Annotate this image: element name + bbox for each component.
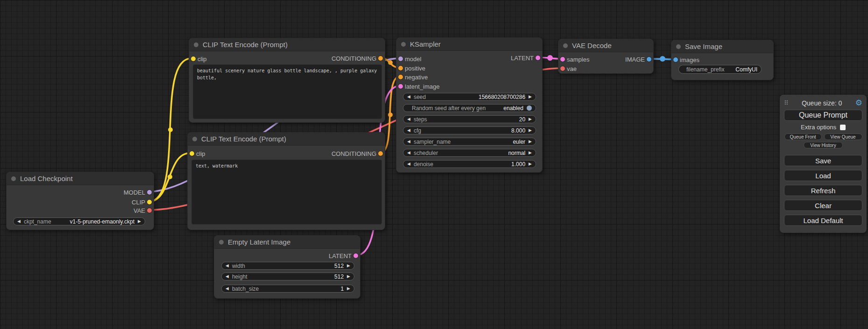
collapse-dot-icon[interactable] [192,137,197,141]
output-latent[interactable]: LATENT [511,54,542,62]
output-model[interactable]: MODEL [124,189,154,196]
arrow-right-icon[interactable]: ▶ [138,219,141,224]
queue-front-button[interactable]: Queue Front [784,133,822,140]
input-latent-image[interactable]: latent_image [396,83,439,90]
output-conditioning[interactable]: CONDITIONING [332,150,385,157]
widget-filename-prefix[interactable]: filename_prefix ComfyUI [678,65,762,74]
node-header[interactable]: CLIP Text Encode (Prompt) [189,38,385,51]
load-default-button[interactable]: Load Default [784,215,862,226]
arrow-right-icon[interactable]: ▶ [529,117,532,121]
prompt-textarea[interactable]: beautiful scenery nature glass bottle la… [193,64,382,119]
collapse-dot-icon[interactable] [194,42,198,47]
input-positive[interactable]: positive [396,64,425,72]
port-dot-conditioning[interactable] [398,66,403,70]
widget-cfg[interactable]: ◀cfg 8.000▶ [403,126,536,134]
port-dot-image[interactable] [673,57,678,62]
port-dot-model[interactable] [147,190,152,195]
view-queue-button[interactable]: View Queue [824,133,862,140]
port-dot-latent[interactable] [353,253,358,258]
node-save-image[interactable]: Save Image images filename_prefix ComfyU… [671,40,774,80]
widget-sampler-name[interactable]: ◀sampler_name euler▶ [403,138,536,146]
input-model[interactable]: model [396,55,421,63]
widget-steps[interactable]: ◀steps 20▶ [403,115,536,123]
port-dot-latent[interactable] [536,56,540,60]
arrow-left-icon[interactable]: ◀ [407,140,410,144]
port-dot-image[interactable] [647,57,651,62]
drag-handle-icon[interactable]: ⠿ [784,99,789,106]
input-negative[interactable]: negative [396,73,428,81]
port-dot-conditioning[interactable] [398,75,403,79]
collapse-dot-icon[interactable] [401,42,406,47]
widget-width[interactable]: ◀width 512▶ [221,262,354,270]
queue-prompt-button[interactable]: Queue Prompt [784,110,862,121]
input-samples[interactable]: samples [558,56,589,63]
node-header[interactable]: Empty Latent Image [214,236,360,249]
node-header[interactable]: VAE Decode [558,39,653,52]
node-clip-text-encode-negative[interactable]: CLIP Text Encode (Prompt) clip CONDITION… [187,132,385,230]
arrow-left-icon[interactable]: ◀ [407,117,410,121]
widget-random-seed-toggle[interactable]: Random seed after every gen enabled [403,104,536,112]
arrow-right-icon[interactable]: ▶ [347,264,350,268]
arrow-right-icon[interactable]: ▶ [529,162,532,166]
node-header[interactable]: Load Checkpoint [7,172,154,185]
port-dot-conditioning[interactable] [378,151,383,156]
node-vae-decode[interactable]: VAE Decode samples vae IMAGE [558,39,654,74]
node-clip-text-encode-positive[interactable]: CLIP Text Encode (Prompt) clip CONDITION… [189,38,385,123]
arrow-right-icon[interactable]: ▶ [529,95,532,99]
port-dot-latent[interactable] [560,57,565,62]
view-history-button[interactable]: View History [804,142,843,148]
widget-scheduler[interactable]: ◀scheduler normal▶ [403,149,536,157]
gear-icon[interactable]: ⚙ [855,99,862,107]
arrow-right-icon[interactable]: ▶ [529,140,532,144]
collapse-dot-icon[interactable] [676,44,681,49]
port-dot-vae[interactable] [560,66,565,71]
input-clip[interactable]: clip [188,150,205,157]
arrow-left-icon[interactable]: ◀ [407,162,410,166]
node-ksampler[interactable]: KSampler model positive negative latent_… [396,37,543,173]
input-clip[interactable]: clip [189,55,207,63]
arrow-right-icon[interactable]: ▶ [347,287,350,291]
arrow-right-icon[interactable]: ▶ [529,151,532,155]
output-clip[interactable]: CLIP [132,198,154,206]
arrow-left-icon[interactable]: ◀ [407,95,410,99]
port-dot-latent[interactable] [398,84,403,89]
clear-button[interactable]: Clear [784,200,862,211]
node-header[interactable]: CLIP Text Encode (Prompt) [188,133,385,146]
node-load-checkpoint[interactable]: Load Checkpoint MODEL CLIP VAE ◀ckpt_nam… [6,172,154,230]
arrow-left-icon[interactable]: ◀ [226,264,229,268]
refresh-button[interactable]: Refresh [784,185,862,196]
load-button[interactable]: Load [784,170,862,181]
arrow-left-icon[interactable]: ◀ [407,151,410,155]
save-button[interactable]: Save [784,155,862,166]
port-dot-conditioning[interactable] [378,56,383,61]
port-dot-vae[interactable] [147,208,152,213]
collapse-dot-icon[interactable] [219,240,224,245]
arrow-right-icon[interactable]: ▶ [347,274,350,279]
widget-denoise[interactable]: ◀denoise 1.000▶ [403,160,536,168]
collapse-dot-icon[interactable] [563,43,568,48]
node-header[interactable]: KSampler [396,38,542,51]
arrow-left-icon[interactable]: ◀ [226,274,229,279]
node-empty-latent-image[interactable]: Empty Latent Image LATENT ◀width 512▶ ◀h… [214,235,360,299]
arrow-left-icon[interactable]: ◀ [17,219,21,224]
output-conditioning[interactable]: CONDITIONING [332,55,385,62]
port-dot-clip[interactable] [190,151,194,156]
arrow-right-icon[interactable]: ▶ [529,128,532,133]
output-latent[interactable]: LATENT [329,252,360,259]
widget-batch-size[interactable]: ◀batch_size 1▶ [221,285,354,293]
prompt-textarea[interactable]: text, watermark [191,160,382,224]
output-vae[interactable]: VAE [134,207,154,214]
node-header[interactable]: Save Image [671,40,773,53]
output-image[interactable]: IMAGE [625,56,653,63]
port-dot-clip[interactable] [191,56,196,61]
widget-height[interactable]: ◀height 512▶ [221,273,354,280]
widget-ckpt-name[interactable]: ◀ckpt_name v1-5-pruned-emaonly.ckpt▶ [13,217,145,225]
port-dot-model[interactable] [398,56,403,61]
widget-seed[interactable]: ◀seed 156680208700286▶ [403,93,536,101]
input-images[interactable]: images [671,56,699,63]
collapse-dot-icon[interactable] [11,176,16,181]
toggle-dot-icon[interactable] [527,105,532,111]
arrow-left-icon[interactable]: ◀ [226,287,229,291]
extra-options-checkbox[interactable] [840,125,846,130]
input-vae[interactable]: vae [558,65,577,72]
